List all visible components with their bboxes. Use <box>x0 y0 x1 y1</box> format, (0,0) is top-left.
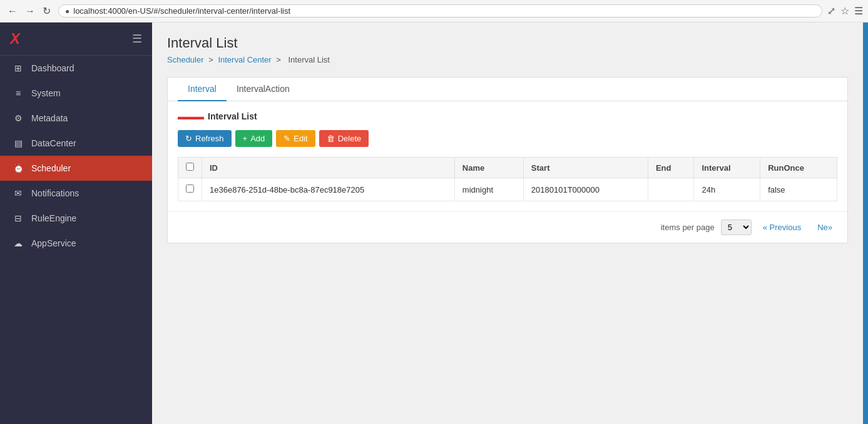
sidebar-item-label: System <box>31 88 61 98</box>
row-checkbox-cell <box>178 178 202 201</box>
sidebar-item-datacenter[interactable]: ▤ DataCenter <box>0 131 152 156</box>
logo: X <box>10 30 20 48</box>
column-start: Start <box>523 158 648 178</box>
metadata-icon: ⚙ <box>13 113 24 123</box>
sidebar-item-ruleengine[interactable]: ⊟ RuleEngine <box>0 206 152 231</box>
row-runonce: false <box>760 178 837 201</box>
browser-navigation: ← → ↻ <box>5 4 53 18</box>
table-row: 1e36e876-251d-48be-bc8a-87ec918e7205 mid… <box>178 178 837 201</box>
interval-table: ID Name Start End Interval RunOnce <box>178 157 837 201</box>
tabs: Interval IntervalAction <box>168 78 847 101</box>
sidebar-item-label: AppService <box>31 238 76 248</box>
ruleengine-icon: ⊟ <box>13 213 24 223</box>
system-icon: ≡ <box>13 88 24 98</box>
sidebar-item-notifications[interactable]: ✉ Notifications <box>0 181 152 206</box>
sidebar-nav: ⊞ Dashboard ≡ System ⚙ Metadata ▤ DataCe… <box>0 56 152 424</box>
column-interval: Interval <box>694 158 760 178</box>
back-button[interactable]: ← <box>5 4 20 18</box>
previous-button[interactable]: « Previous <box>758 220 806 235</box>
notifications-icon: ✉ <box>13 188 24 198</box>
edit-label: Edit <box>294 134 307 143</box>
sidebar-item-metadata[interactable]: ⚙ Metadata <box>0 106 152 131</box>
browser-actions: ⤢ ☆ ☰ <box>827 5 863 17</box>
sidebar-item-dashboard[interactable]: ⊞ Dashboard <box>0 56 152 81</box>
breadcrumb-interval-center[interactable]: Interval Center <box>218 55 271 64</box>
row-interval: 24h <box>694 178 760 201</box>
trash-icon: 🗑 <box>327 134 335 143</box>
column-id: ID <box>202 158 455 178</box>
row-start: 20180101T000000 <box>523 178 648 201</box>
content-area: Interval List Scheduler > Interval Cente… <box>152 23 863 424</box>
sidebar-item-label: Scheduler <box>31 163 71 173</box>
sidebar-item-label: Metadata <box>31 113 68 123</box>
row-id: 1e36e876-251d-48be-bc8a-87ec918e7205 <box>202 178 455 201</box>
main-card: Interval IntervalAction ▬▬▬ Interval Lis… <box>167 77 848 243</box>
right-panel-indicator <box>863 23 868 424</box>
column-runonce: RunOnce <box>760 158 837 178</box>
datacenter-icon: ▤ <box>13 138 24 148</box>
breadcrumb: Scheduler > Interval Center > Interval L… <box>167 55 848 64</box>
dashboard-icon: ⊞ <box>13 63 24 73</box>
section-title-text: Interval List <box>208 111 257 121</box>
refresh-button[interactable]: ↻ Refresh <box>178 130 232 147</box>
share-icon[interactable]: ⤢ <box>827 5 835 17</box>
sidebar-item-appservice[interactable]: ☁ AppService <box>0 231 152 256</box>
edit-button[interactable]: ✎ Edit <box>276 130 315 147</box>
items-per-page-label: items per page <box>661 223 715 232</box>
add-label: Add <box>250 134 265 143</box>
column-name: Name <box>454 158 523 178</box>
breadcrumb-scheduler[interactable]: Scheduler <box>167 55 204 64</box>
breadcrumb-interval-list: Interval List <box>288 55 330 64</box>
sidebar-item-label: Notifications <box>31 188 79 198</box>
row-checkbox[interactable] <box>186 184 194 193</box>
sidebar-item-label: RuleEngine <box>31 213 76 223</box>
row-end <box>648 178 694 201</box>
delete-button[interactable]: 🗑 Delete <box>319 130 369 147</box>
section-title: ▬▬▬ Interval List <box>178 111 837 121</box>
page-title: Interval List <box>167 35 848 51</box>
list-icon: ▬▬▬ <box>178 111 204 121</box>
add-button[interactable]: + Add <box>235 130 273 147</box>
sidebar-header: X ☰ <box>0 23 152 56</box>
breadcrumb-separator-2: > <box>276 55 283 64</box>
refresh-icon: ↻ <box>185 134 192 143</box>
pagination: items per page 5 10 20 50 « Previous Ne» <box>168 211 847 243</box>
select-all-checkbox[interactable] <box>186 163 194 171</box>
table-section: ▬▬▬ Interval List ↻ Refresh + Add ✎ <box>168 101 847 211</box>
column-checkbox <box>178 158 202 178</box>
edit-icon: ✎ <box>283 134 290 143</box>
sidebar-item-label: Dashboard <box>31 63 74 73</box>
refresh-label: Refresh <box>195 134 224 143</box>
tab-interval[interactable]: Interval <box>178 78 227 101</box>
bookmark-icon[interactable]: ☆ <box>840 5 849 17</box>
column-end: End <box>648 158 694 178</box>
address-bar[interactable]: ● localhost:4000/en-US/#/scheduler/inter… <box>58 4 822 18</box>
scheduler-icon: ⏰ <box>13 163 24 173</box>
url-text: localhost:4000/en-US/#/scheduler/interva… <box>73 6 290 16</box>
items-per-page-select[interactable]: 5 10 20 50 <box>721 220 752 235</box>
tab-intervalaction[interactable]: IntervalAction <box>227 78 300 101</box>
menu-icon[interactable]: ☰ <box>854 5 863 17</box>
delete-label: Delete <box>338 134 362 143</box>
sidebar: X ☰ ⊞ Dashboard ≡ System ⚙ Metadata ▤ Da… <box>0 23 152 424</box>
toolbar: ↻ Refresh + Add ✎ Edit 🗑 Delete <box>178 130 837 147</box>
add-icon: + <box>243 134 248 143</box>
reload-button[interactable]: ↻ <box>40 4 53 18</box>
row-name: midnight <box>454 178 523 201</box>
forward-button[interactable]: → <box>23 4 38 18</box>
sidebar-item-label: DataCenter <box>31 138 76 148</box>
sidebar-item-system[interactable]: ≡ System <box>0 81 152 106</box>
next-button[interactable]: Ne» <box>812 220 837 235</box>
hamburger-icon[interactable]: ☰ <box>132 32 142 46</box>
lock-icon: ● <box>65 7 69 16</box>
breadcrumb-separator-1: > <box>208 55 215 64</box>
appservice-icon: ☁ <box>13 238 24 248</box>
browser-bar: ← → ↻ ● localhost:4000/en-US/#/scheduler… <box>0 0 868 23</box>
sidebar-item-scheduler[interactable]: ⏰ Scheduler <box>0 156 152 181</box>
